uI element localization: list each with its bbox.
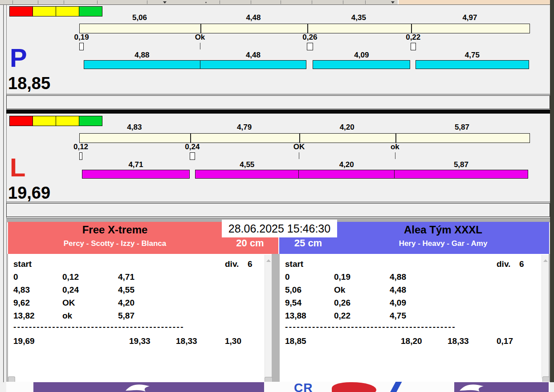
cr-logo-red-shape <box>332 382 376 392</box>
table-total: 19,69 <box>13 336 35 347</box>
reference-segment-label: 4,35 <box>351 14 366 22</box>
table-scrollbar[interactable] <box>265 255 272 379</box>
run-segment-label: 5,87 <box>454 161 468 169</box>
traffic-light <box>56 116 79 126</box>
toolbar-divider <box>220 0 220 4</box>
bar-area: 4,834,794,205,870,120,24OKok4,714,554,20… <box>79 114 529 181</box>
table-cell: 4,71 <box>118 272 134 282</box>
datetime-display: 28.06.2025 15:46:30 <box>222 220 337 237</box>
table-separator: ----------------------------------------… <box>13 322 184 332</box>
table-cell: 0,12 <box>62 272 79 282</box>
screen-right-edge <box>550 0 554 382</box>
team-members: Percy - Scotty - Izzy - Blanca <box>8 239 222 248</box>
reference-segment-label: 4,48 <box>246 14 261 22</box>
run-segment-label: 4,20 <box>339 161 354 169</box>
table-total: 0,17 <box>497 336 513 347</box>
fault-marker-box <box>307 43 313 50</box>
team-name: Alea Tým XXXL <box>337 224 549 237</box>
cr-logo-text: CR <box>294 382 313 392</box>
panel-underline <box>6 202 550 202</box>
toolbar-divider <box>38 0 38 4</box>
table-gap <box>272 254 280 382</box>
lane-separator <box>6 110 550 114</box>
run-segment-label: 4,75 <box>465 51 480 60</box>
run-segment-label: 4,55 <box>240 161 254 169</box>
run-segment-label: 4,71 <box>128 161 143 169</box>
table-cell: 4,20 <box>118 298 134 308</box>
table-div-label: div. <box>225 259 239 270</box>
table-div-value: 6 <box>248 259 253 270</box>
fault-marker-box <box>411 43 416 50</box>
toolbar-divider <box>97 0 98 4</box>
toolbar-divider <box>365 0 366 4</box>
table-cell: 4,09 <box>390 298 406 308</box>
toolbar-dot-icon <box>205 2 207 3</box>
toolbar-divider <box>343 0 343 4</box>
table-cell: 0 <box>285 272 290 282</box>
scroll-up-icon[interactable] <box>266 259 271 262</box>
run-bar-segment <box>416 60 529 69</box>
traffic-light <box>33 116 56 126</box>
run-bar-segment <box>298 170 394 179</box>
table-right-rail <box>549 254 550 382</box>
run-bar-segment <box>82 170 190 179</box>
table-start-label: start <box>285 259 303 270</box>
reference-segment-label: 5,06 <box>132 14 147 22</box>
table-total: 18,33 <box>176 336 197 347</box>
panel-total-time: 19,69 <box>8 184 50 201</box>
panel-underline <box>6 94 550 94</box>
table-cell: 13,88 <box>285 311 306 321</box>
table-cell: 13,82 <box>13 311 35 321</box>
traffic-light <box>33 6 56 16</box>
table-scrollbar[interactable] <box>542 255 549 379</box>
reference-segment-divider <box>299 134 300 143</box>
jump-height-badge: 25 cm <box>279 237 337 249</box>
traffic-light <box>9 116 33 126</box>
reference-segment-divider <box>395 134 396 143</box>
timing-panel-l: 4,834,794,205,870,120,24OKok4,714,554,20… <box>6 114 550 202</box>
reference-segment-divider <box>411 24 412 33</box>
scroll-up-icon[interactable] <box>543 259 548 262</box>
table-cell: 5,06 <box>285 285 301 295</box>
timing-panel-p: 5,064,484,354,970,19Ok0,260,224,884,484,… <box>6 5 550 94</box>
traffic-light <box>9 6 33 16</box>
run-bar-segment <box>313 60 410 69</box>
panel-total-time: 18,85 <box>8 75 50 92</box>
table-total: 18,33 <box>448 336 469 347</box>
cr-logo-blue-slash <box>388 382 402 392</box>
table-cell: 0,26 <box>334 298 350 308</box>
table-total: 18,85 <box>285 336 306 347</box>
fault-label: 0,26 <box>302 33 317 42</box>
table-cell: 4,83 <box>13 285 30 295</box>
team-results-table-right[interactable]: start div. 6 0 0,19 4,88 5,06 Ok 4,48 9,… <box>280 254 549 382</box>
fault-label: Ok <box>195 33 205 42</box>
table-cell: 4,48 <box>390 285 406 295</box>
toolbar-divider <box>312 0 312 4</box>
table-cell: 0 <box>13 272 18 282</box>
panel-letter: P <box>10 45 27 71</box>
team-members: Hery - Heavy - Gar - Amy <box>337 239 549 248</box>
table-total: 19,33 <box>129 336 151 347</box>
table-cell: 9,54 <box>285 298 301 308</box>
table-cell: 4,88 <box>390 272 406 282</box>
fault-label: 0,22 <box>406 33 420 42</box>
toolbar-divider <box>251 0 251 4</box>
fault-marker-box <box>190 152 195 160</box>
bird-silhouette-icon <box>125 383 151 392</box>
fault-tick-mark <box>200 43 200 49</box>
team-results-table-left[interactable]: start div. 6 0 0,12 4,71 4,83 0,24 4,55 … <box>8 254 272 382</box>
toolbar-divider <box>12 0 13 4</box>
reference-segment-label: 5,87 <box>455 123 469 132</box>
run-bar-segment <box>195 170 299 179</box>
table-cell: 0,24 <box>62 285 79 295</box>
table-cell: 5,87 <box>118 311 134 321</box>
run-segment-label: 4,09 <box>354 51 369 60</box>
timing-display-screen: 5,064,484,354,970,19Ok0,260,224,884,484,… <box>0 0 554 392</box>
table-cell: Ok <box>334 285 345 295</box>
fault-label: 0,19 <box>74 33 89 42</box>
table-separator: ----------------------------------------… <box>285 322 456 332</box>
traffic-light <box>56 6 79 16</box>
run-bar-segment <box>84 60 200 69</box>
fault-label: ok <box>391 143 399 151</box>
dropdown-arrow-icon <box>163 1 167 4</box>
